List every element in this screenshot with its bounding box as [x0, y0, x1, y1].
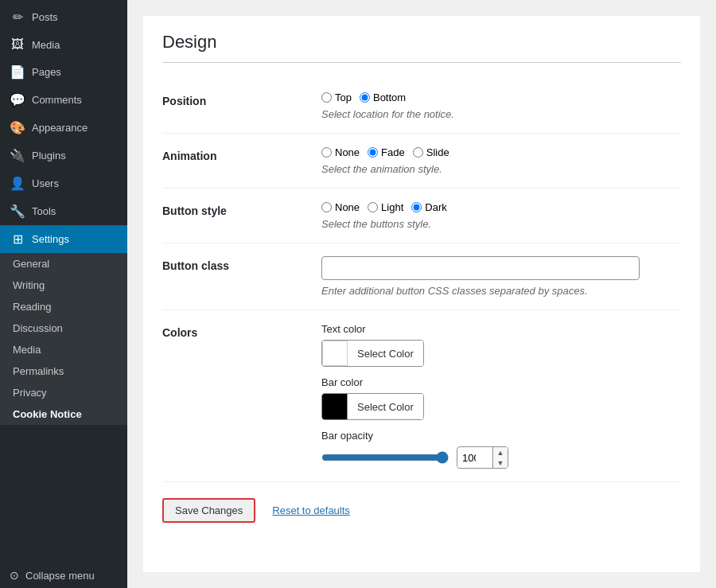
- settings-submenu: General Writing Reading Discussion Media…: [0, 253, 127, 425]
- colors-section: Text color Select Color Bar color Se: [321, 323, 681, 469]
- main-content: Design Position Top Bottom: [127, 0, 716, 588]
- form-actions: Save Changes Reset to defaults: [162, 498, 681, 523]
- submenu-item-reading[interactable]: Reading: [0, 296, 127, 317]
- text-color-btn-label[interactable]: Select Color: [348, 341, 423, 366]
- sidebar-label-settings: Settings: [32, 233, 69, 245]
- submenu-item-cookie-notice[interactable]: Cookie Notice: [0, 403, 127, 425]
- submenu-item-discussion[interactable]: Discussion: [0, 317, 127, 339]
- bar-color-label: Bar color: [321, 376, 681, 388]
- submenu-item-privacy[interactable]: Privacy: [0, 382, 127, 403]
- btn-style-light-option[interactable]: Light: [368, 201, 403, 213]
- animation-fade-option[interactable]: Fade: [368, 146, 405, 158]
- button-class-description: Enter additional button CSS classes sepa…: [321, 285, 681, 297]
- text-color-picker[interactable]: Select Color: [321, 340, 424, 367]
- collapse-icon: ⊙: [10, 569, 19, 582]
- position-top-radio[interactable]: [321, 92, 332, 103]
- btn-style-none-radio[interactable]: [321, 202, 332, 212]
- form-table: Position Top Bottom Select location for …: [162, 79, 681, 482]
- btn-style-none-option[interactable]: None: [321, 201, 360, 213]
- tools-icon: 🔧: [10, 204, 25, 219]
- position-bottom-option[interactable]: Bottom: [360, 92, 406, 103]
- bar-color-picker[interactable]: Select Color: [321, 393, 424, 420]
- sidebar-item-appearance[interactable]: 🎨 Appearance: [0, 114, 127, 142]
- comments-icon: 💬: [10, 92, 25, 107]
- animation-none-option[interactable]: None: [321, 146, 360, 158]
- sidebar-item-posts[interactable]: ✏ Posts: [0, 3, 127, 31]
- opacity-spinners: ▲ ▼: [492, 447, 508, 468]
- position-description: Select location for the notice.: [321, 108, 681, 120]
- sidebar-label-posts: Posts: [32, 11, 58, 23]
- sidebar-item-comments[interactable]: 💬 Comments: [0, 86, 127, 114]
- button-class-label: Button class: [162, 243, 321, 310]
- colors-label: Colors: [162, 310, 321, 482]
- animation-field: None Fade Slide Select the animation sty…: [321, 134, 681, 189]
- sidebar-item-users[interactable]: 👤 Users: [0, 169, 127, 197]
- opacity-number-input[interactable]: [457, 449, 492, 467]
- opacity-controls: ▲ ▼: [321, 446, 681, 469]
- animation-radio-group: None Fade Slide: [321, 146, 681, 158]
- sidebar-label-tools: Tools: [32, 205, 56, 217]
- page-title: Design: [162, 32, 681, 53]
- sidebar-item-media[interactable]: 🖼 Media: [0, 31, 127, 58]
- bar-color-row: Bar color Select Color: [321, 376, 681, 420]
- position-top-option[interactable]: Top: [321, 92, 352, 103]
- sidebar-item-pages[interactable]: 📄 Pages: [0, 58, 127, 86]
- button-class-row: Button class Enter additional button CSS…: [162, 243, 681, 310]
- text-color-label: Text color: [321, 323, 681, 335]
- sidebar-item-tools[interactable]: 🔧 Tools: [0, 197, 127, 225]
- bar-opacity-label: Bar opacity: [321, 430, 681, 442]
- posts-icon: ✏: [10, 10, 25, 25]
- sidebar-label-media: Media: [32, 39, 60, 51]
- settings-icon: ⊞: [10, 232, 25, 247]
- text-color-row: Text color Select Color: [321, 323, 681, 367]
- bar-color-btn-label[interactable]: Select Color: [348, 394, 423, 419]
- opacity-down-button[interactable]: ▼: [493, 458, 508, 468]
- position-top-label: Top: [335, 92, 352, 103]
- animation-none-radio[interactable]: [321, 147, 332, 158]
- collapse-menu-button[interactable]: ⊙ Collapse menu: [0, 563, 127, 588]
- animation-description: Select the animation style.: [321, 163, 681, 175]
- sidebar-label-comments: Comments: [32, 94, 82, 106]
- text-color-swatch: [322, 341, 348, 366]
- sidebar-main-menu: ✏ Posts 🖼 Media 📄 Pages 💬 Comments 🎨 App…: [0, 0, 127, 428]
- sidebar-item-plugins[interactable]: 🔌 Plugins: [0, 142, 127, 169]
- pages-icon: 📄: [10, 64, 25, 80]
- animation-slide-radio[interactable]: [413, 147, 423, 158]
- users-icon: 👤: [10, 176, 25, 191]
- button-class-input[interactable]: [321, 256, 640, 280]
- btn-style-dark-radio[interactable]: [411, 202, 422, 212]
- sidebar: ✏ Posts 🖼 Media 📄 Pages 💬 Comments 🎨 App…: [0, 0, 127, 588]
- button-class-field: Enter additional button CSS classes sepa…: [321, 243, 681, 310]
- btn-style-light-radio[interactable]: [368, 202, 378, 212]
- btn-style-none-label: None: [335, 201, 360, 213]
- button-style-field: None Light Dark Select the buttons style…: [321, 189, 681, 243]
- save-changes-button[interactable]: Save Changes: [162, 498, 255, 523]
- position-bottom-radio[interactable]: [360, 92, 370, 103]
- opacity-up-button[interactable]: ▲: [493, 447, 508, 458]
- animation-fade-radio[interactable]: [368, 147, 378, 158]
- title-divider: [162, 62, 681, 63]
- button-style-label: Button style: [162, 189, 321, 243]
- sidebar-label-plugins: Plugins: [32, 150, 66, 162]
- btn-style-light-label: Light: [381, 201, 403, 213]
- btn-style-dark-option[interactable]: Dark: [411, 201, 446, 213]
- submenu-item-general[interactable]: General: [0, 253, 127, 275]
- colors-row: Colors Text color Select Color: [162, 310, 681, 482]
- animation-slide-option[interactable]: Slide: [413, 146, 449, 158]
- reset-defaults-button[interactable]: Reset to defaults: [263, 499, 359, 522]
- bar-opacity-row: Bar opacity ▲ ▼: [321, 430, 681, 469]
- opacity-slider[interactable]: [321, 451, 449, 464]
- collapse-label: Collapse menu: [25, 570, 95, 582]
- animation-fade-label: Fade: [381, 146, 405, 158]
- animation-label: Animation: [162, 134, 321, 189]
- sidebar-label-users: Users: [32, 177, 59, 189]
- sidebar-label-appearance: Appearance: [32, 122, 88, 134]
- content-area: Design Position Top Bottom: [143, 16, 700, 572]
- button-style-radio-group: None Light Dark: [321, 201, 681, 213]
- submenu-item-permalinks[interactable]: Permalinks: [0, 360, 127, 382]
- sidebar-item-settings[interactable]: ⊞ Settings: [0, 225, 127, 253]
- animation-slide-label: Slide: [426, 146, 449, 158]
- submenu-item-media-sub[interactable]: Media: [0, 339, 127, 360]
- submenu-item-writing[interactable]: Writing: [0, 275, 127, 296]
- button-style-row: Button style None Light Dark: [162, 189, 681, 243]
